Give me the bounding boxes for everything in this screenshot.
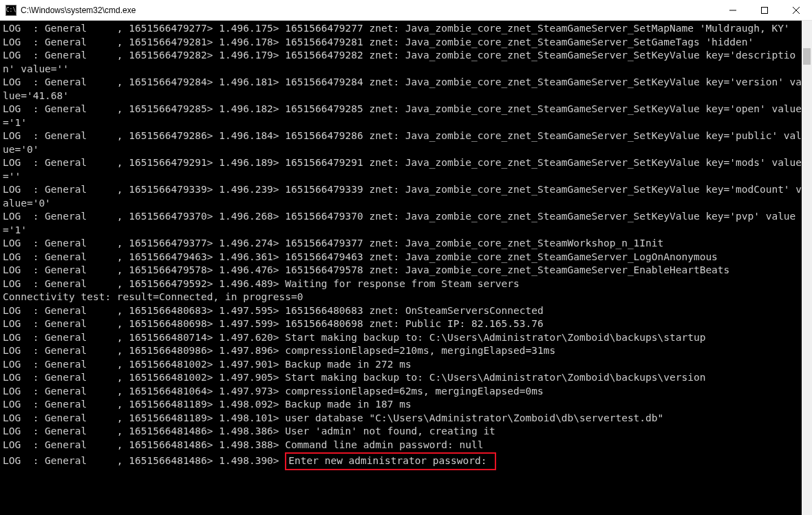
- content-area: LOG : General , 1651566479277> 1.496.175…: [0, 21, 812, 515]
- log-line: LOG : General , 1651566481189> 1.498.101…: [3, 412, 802, 425]
- log-line: LOG : General , 1651566480986> 1.497.896…: [3, 344, 802, 358]
- log-line: LOG : General , 1651566481486> 1.498.386…: [3, 425, 802, 439]
- log-line: LOG : General , 1651566479286> 1.496.184…: [3, 129, 802, 156]
- log-line: LOG : General , 1651566480683> 1.497.595…: [3, 304, 802, 318]
- log-line: LOG : General , 1651566479578> 1.496.476…: [3, 264, 802, 277]
- log-line: LOG : General , 1651566481002> 1.497.901…: [3, 358, 802, 372]
- log-line-prompt: LOG : General , 1651566481486> 1.498.390…: [3, 452, 802, 470]
- cmd-icon: C:\: [6, 5, 17, 16]
- log-line: LOG : General , 1651566479463> 1.496.361…: [3, 251, 802, 264]
- titlebar: C:\ C:\Windows\system32\cmd.exe: [0, 0, 812, 21]
- scroll-thumb[interactable]: [803, 48, 811, 65]
- log-line: LOG : General , 1651566481189> 1.498.092…: [3, 398, 802, 412]
- log-line: LOG : General , 1651566479592> 1.496.489…: [3, 277, 802, 291]
- window-title: C:\Windows\system32\cmd.exe: [21, 6, 136, 15]
- log-line: LOG : General , 1651566481064> 1.497.973…: [3, 385, 802, 399]
- log-line: LOG : General , 1651566479339> 1.496.239…: [3, 183, 802, 210]
- log-line: Connectivity test: result=Connected, in …: [3, 291, 802, 304]
- maximize-button[interactable]: [749, 0, 780, 21]
- log-line: LOG : General , 1651566479281> 1.496.178…: [3, 36, 802, 50]
- log-line: LOG : General , 1651566480714> 1.497.620…: [3, 331, 802, 345]
- log-line: LOG : General , 1651566481002> 1.497.905…: [3, 371, 802, 385]
- log-line: LOG : General , 1651566479377> 1.496.274…: [3, 237, 802, 251]
- log-line: LOG : General , 1651566479282> 1.496.179…: [3, 49, 802, 76]
- close-button[interactable]: [780, 0, 812, 21]
- log-line: LOG : General , 1651566479285> 1.496.182…: [3, 103, 802, 129]
- log-line: LOG : General , 1651566479284> 1.496.181…: [3, 76, 802, 103]
- scrollbar[interactable]: [802, 21, 812, 515]
- minimize-button[interactable]: [717, 0, 749, 21]
- log-line: LOG : General , 1651566480698> 1.497.599…: [3, 317, 802, 331]
- password-prompt-highlight: Enter new administrator password:: [285, 452, 496, 470]
- terminal-output[interactable]: LOG : General , 1651566479277> 1.496.175…: [0, 21, 802, 515]
- log-line: LOG : General , 1651566479291> 1.496.189…: [3, 156, 802, 183]
- log-line: LOG : General , 1651566479370> 1.496.268…: [3, 210, 802, 237]
- log-line: LOG : General , 1651566481486> 1.498.388…: [3, 439, 802, 452]
- svg-rect-1: [762, 7, 768, 13]
- log-line: LOG : General , 1651566479277> 1.496.175…: [3, 22, 802, 36]
